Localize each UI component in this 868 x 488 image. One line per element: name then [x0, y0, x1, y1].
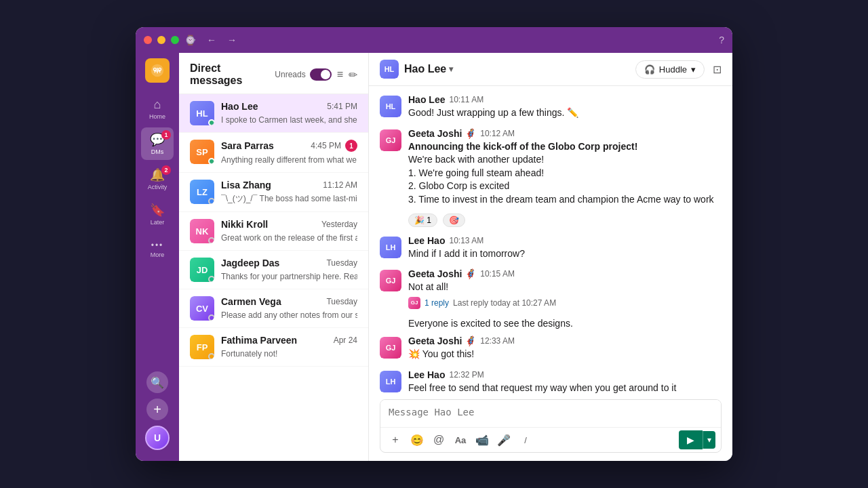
status-dot [208, 276, 214, 282]
add-icon[interactable]: + [386, 430, 405, 449]
dm-info: Carmen Vega Tuesday Please add any other… [221, 296, 357, 321]
dm-item[interactable]: JD Jagdeep Das Tuesday Thanks for your p… [179, 251, 368, 289]
search-button[interactable]: 🔍 [146, 371, 168, 393]
slash-icon[interactable]: / [516, 430, 535, 449]
sidebar-item-activity[interactable]: 🔔 Activity 2 [141, 163, 174, 195]
message-group: GJ Geeta Joshi 🦸 12:33 AM 💥 You got this… [380, 336, 722, 361]
dm-avatar: SP [190, 140, 214, 164]
dm-time: 11:12 AM [323, 180, 357, 190]
msg-avatar: GJ [380, 337, 401, 359]
msg-text: Not at all! [408, 281, 722, 294]
dm-item[interactable]: LZ Lisa Zhang 11:12 AM ¯\_(ツ)_/¯ The bos… [179, 173, 368, 212]
msg-time: 12:33 AM [480, 336, 515, 346]
msg-text: Mind if I add it in tomorrow? [408, 247, 722, 261]
dm-preview: ¯\_(ツ)_/¯ The boss had some last-minute … [221, 194, 357, 203]
sidebar-bottom: 🔍 + U [145, 371, 170, 455]
msg-text: Announcing the kick-off of the Globo Cor… [408, 140, 722, 207]
dm-item[interactable]: CV Carmen Vega Tuesday Please add any ot… [179, 289, 368, 328]
dm-time: Tuesday [326, 297, 357, 306]
msg-avatar: GJ [380, 270, 401, 291]
mention-icon[interactable]: @ [429, 430, 448, 449]
user-avatar[interactable]: U [145, 426, 170, 450]
msg-sender: Lee Hao [408, 369, 445, 380]
message-input[interactable] [380, 400, 721, 424]
dm-avatar: CV [190, 296, 214, 321]
msg-time: 10:12 AM [480, 129, 515, 138]
status-dot [208, 353, 214, 359]
title-bar: ⌚ ← → ? [136, 27, 732, 53]
toggle-switch[interactable] [310, 68, 332, 81]
dm-info: Jagdeep Das Tuesday Thanks for your part… [221, 258, 357, 282]
msg-time: 10:13 AM [449, 236, 484, 245]
chat-contact-name[interactable]: Hao Lee ▾ [404, 63, 453, 75]
close-button[interactable] [144, 36, 152, 44]
minimize-button[interactable] [157, 36, 165, 44]
msg-body: Geeta Joshi 🦸 10:15 AM Not at all! GJ 1 … [408, 268, 722, 309]
msg-sender: Geeta Joshi 🦸 [408, 268, 476, 279]
msg-avatar: LH [380, 371, 401, 392]
filter-icon[interactable]: ≡ [337, 68, 343, 81]
dm-header-icons: ≡ ✏ [337, 68, 357, 81]
unreads-toggle[interactable]: Unreads [275, 68, 331, 81]
help-icon[interactable]: ? [719, 35, 724, 45]
status-dot [208, 198, 214, 204]
dm-item[interactable]: FP Fathima Parveen Apr 24 Fortunately no… [179, 328, 368, 367]
msg-avatar: LH [380, 237, 401, 258]
sidebar-item-more[interactable]: ••• More [141, 233, 174, 266]
msg-avatar: GJ [380, 129, 401, 151]
history-icon[interactable]: ⌚ [184, 35, 196, 45]
activity-label: Activity [148, 184, 167, 190]
expand-icon[interactable]: ⊡ [713, 63, 722, 76]
home-label: Home [149, 113, 165, 120]
dm-time: 5:41 PM [327, 102, 357, 111]
dms-badge: 1 [161, 130, 171, 140]
dm-item[interactable]: SP Sara Parras 4:45 PM 1 Anything really… [179, 133, 368, 173]
compose-icon[interactable]: ✏ [349, 68, 357, 81]
dm-avatar: HL [190, 101, 214, 125]
sidebar-item-dms[interactable]: 💬 DMs 1 [141, 127, 174, 160]
add-button[interactable]: + [146, 399, 168, 420]
msg-time: 10:11 AM [449, 95, 484, 104]
maximize-button[interactable] [171, 36, 179, 44]
toggle-knob [321, 70, 330, 79]
chat-input-toolbar: + 😊 @ Aa 📹 🎤 / ▶ ▾ [380, 427, 721, 452]
reply-thread[interactable]: GJ 1 reply Last reply today at 10:27 AM [408, 297, 722, 309]
text-format-icon[interactable]: Aa [451, 430, 470, 449]
dm-name: Fathima Parveen [221, 335, 297, 346]
chat-header: HL Hao Lee ▾ 🎧 Huddle ▾ ⊡ [369, 53, 732, 86]
huddle-button[interactable]: 🎧 Huddle ▾ [635, 60, 705, 79]
message-continuation: Everyone is excited to see the designs. [380, 317, 722, 331]
sidebar-item-later[interactable]: 🔖 Later [141, 198, 174, 230]
emoji-icon[interactable]: 😊 [408, 430, 427, 449]
send-chevron-button[interactable]: ▾ [703, 431, 715, 449]
dm-name: Hao Lee [221, 101, 258, 112]
back-icon[interactable]: ← [207, 35, 216, 45]
dm-item[interactable]: NK Nikki Kroll Yesterday Great work on t… [179, 212, 368, 251]
dm-preview: I spoke to Carmen last week, and she's h… [221, 115, 357, 125]
dm-time: 4:45 PM [311, 141, 341, 150]
main-content: ⌂ Home 💬 DMs 1 🔔 Activity 2 🔖 Later ••• … [136, 53, 732, 461]
activity-badge: 2 [161, 165, 171, 175]
reaction[interactable]: 🎉 1 [408, 214, 437, 227]
dm-info: Fathima Parveen Apr 24 Fortunately not! [221, 335, 357, 359]
status-dot [208, 158, 214, 164]
huddle-chevron: ▾ [691, 64, 696, 75]
mic-icon[interactable]: 🎤 [494, 430, 513, 449]
dm-time: Yesterday [321, 220, 357, 229]
dm-name: Carmen Vega [221, 296, 281, 307]
send-main-button[interactable]: ▶ [679, 430, 703, 449]
msg-sender: Lee Hao [408, 235, 445, 246]
status-dot [208, 314, 214, 321]
sidebar-item-home[interactable]: ⌂ Home [141, 92, 174, 125]
headphones-icon: 🎧 [644, 64, 655, 75]
msg-text: Feel free to send that request my way wh… [408, 382, 722, 394]
home-icon: ⌂ [154, 98, 161, 112]
video-icon[interactable]: 📹 [473, 430, 492, 449]
dm-item[interactable]: HL Hao Lee 5:41 PM I spoke to Carmen las… [179, 94, 368, 133]
reply-count: 1 reply [425, 298, 449, 308]
chat-input-box: + 😊 @ Aa 📹 🎤 / ▶ ▾ [380, 399, 722, 453]
forward-icon[interactable]: → [227, 35, 237, 45]
dm-name: Nikki Kroll [221, 219, 268, 230]
app-logo[interactable] [145, 58, 170, 83]
reaction[interactable]: 🎯 [443, 214, 465, 227]
